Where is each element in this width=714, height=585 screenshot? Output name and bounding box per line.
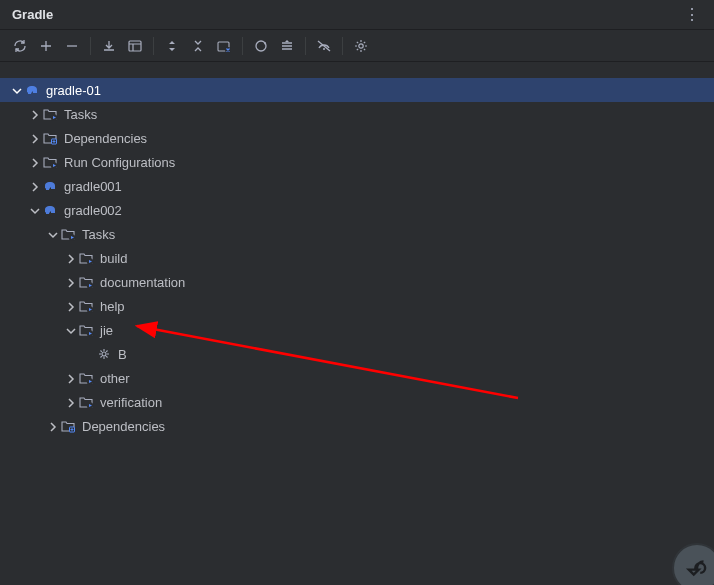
tree-node-label: help <box>100 299 125 314</box>
tree-node-label: build <box>100 251 127 266</box>
tree-node-label: verification <box>100 395 162 410</box>
folder-run-icon <box>78 250 94 266</box>
chevron-right-icon[interactable] <box>62 298 78 314</box>
chevron-down-icon[interactable] <box>26 202 42 218</box>
tree-node-label: other <box>100 371 130 386</box>
more-options-icon[interactable]: ⋮ <box>678 3 704 26</box>
tree-node[interactable]: Run Configurations <box>0 150 714 174</box>
toolbar <box>0 30 714 62</box>
tree-node-label: Run Configurations <box>64 155 175 170</box>
tree-node-label: Tasks <box>64 107 97 122</box>
folder-run-icon <box>42 154 58 170</box>
tree-node[interactable]: B <box>0 342 714 366</box>
chevron-down-icon[interactable] <box>62 322 78 338</box>
tree-node[interactable]: Tasks <box>0 222 714 246</box>
panel-header: Gradle ⋮ <box>0 0 714 30</box>
toolbar-separator <box>90 37 91 55</box>
toolbar-separator <box>153 37 154 55</box>
folder-run-icon <box>60 226 76 242</box>
chevron-right-icon[interactable] <box>26 154 42 170</box>
settings-button[interactable] <box>349 34 373 58</box>
folder-run-icon <box>78 274 94 290</box>
chevron-down-icon[interactable] <box>44 226 60 242</box>
corner-badge-icon <box>672 543 714 585</box>
tree-node[interactable]: help <box>0 294 714 318</box>
tree-node[interactable]: documentation <box>0 270 714 294</box>
folder-run-icon <box>78 394 94 410</box>
chevron-right-icon[interactable] <box>44 418 60 434</box>
toolbar-separator <box>242 37 243 55</box>
toolbar-separator <box>305 37 306 55</box>
folder-run-icon <box>78 322 94 338</box>
tree-node[interactable]: gradle001 <box>0 174 714 198</box>
elephant-icon <box>42 178 58 194</box>
folder-run-icon <box>42 106 58 122</box>
folder-deps-icon <box>60 418 76 434</box>
offline-toggle-button[interactable] <box>312 34 336 58</box>
chevron-right-icon[interactable] <box>62 394 78 410</box>
tree-node-label: Dependencies <box>64 131 147 146</box>
folder-deps-icon <box>42 130 58 146</box>
project-tree[interactable]: gradle-01TasksDependenciesRun Configurat… <box>0 62 714 438</box>
expand-all-button[interactable] <box>160 34 184 58</box>
tree-node-label: jie <box>100 323 113 338</box>
tree-node[interactable]: other <box>0 366 714 390</box>
refresh-button[interactable] <box>8 34 32 58</box>
remove-button[interactable] <box>60 34 84 58</box>
tree-arrow-spacer <box>80 346 96 362</box>
tree-node[interactable]: gradle-01 <box>0 78 714 102</box>
stack-button[interactable] <box>275 34 299 58</box>
project-structure-button[interactable] <box>212 34 236 58</box>
tree-node-label: gradle001 <box>64 179 122 194</box>
chevron-right-icon[interactable] <box>26 178 42 194</box>
tree-node[interactable]: gradle002 <box>0 198 714 222</box>
tree-node-label: documentation <box>100 275 185 290</box>
tree-node[interactable]: jie <box>0 318 714 342</box>
chevron-down-icon[interactable] <box>8 82 24 98</box>
tree-node[interactable]: Tasks <box>0 102 714 126</box>
tree-node[interactable]: Dependencies <box>0 414 714 438</box>
tree-node[interactable]: Dependencies <box>0 126 714 150</box>
chevron-right-icon[interactable] <box>62 250 78 266</box>
chevron-right-icon[interactable] <box>26 106 42 122</box>
folder-run-icon <box>78 370 94 386</box>
chevron-right-icon[interactable] <box>62 370 78 386</box>
folder-run-icon <box>78 298 94 314</box>
collapse-all-button[interactable] <box>186 34 210 58</box>
elephant-icon <box>24 82 40 98</box>
tree-node-label: Dependencies <box>82 419 165 434</box>
layout-button[interactable] <box>123 34 147 58</box>
panel-title: Gradle <box>12 7 53 22</box>
add-button[interactable] <box>34 34 58 58</box>
gear-icon <box>96 346 112 362</box>
download-button[interactable] <box>97 34 121 58</box>
tree-node[interactable]: verification <box>0 390 714 414</box>
tree-node[interactable]: build <box>0 246 714 270</box>
elephant-icon <box>42 202 58 218</box>
toolbar-separator <box>342 37 343 55</box>
tree-node-label: gradle-01 <box>46 83 101 98</box>
chevron-right-icon[interactable] <box>62 274 78 290</box>
cycle-button[interactable] <box>249 34 273 58</box>
chevron-right-icon[interactable] <box>26 130 42 146</box>
tree-node-label: B <box>118 347 127 362</box>
tree-node-label: gradle002 <box>64 203 122 218</box>
tree-node-label: Tasks <box>82 227 115 242</box>
